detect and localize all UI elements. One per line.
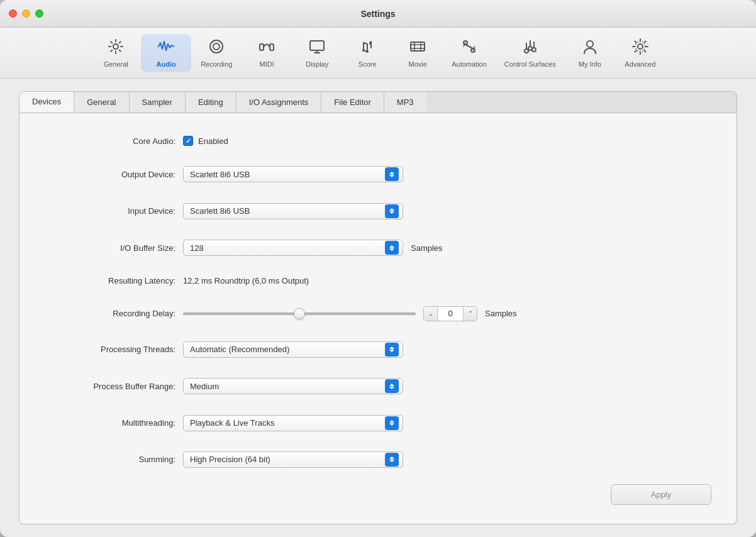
settings-panel: Core Audio: Enabled Output Device: Scarl… bbox=[19, 113, 737, 524]
recording-delay-value: 0 bbox=[438, 309, 463, 318]
output-device-control: Scarlett 8i6 USB bbox=[183, 166, 711, 182]
svg-point-16 bbox=[532, 48, 536, 52]
stepper-up-button[interactable]: ⌃ bbox=[463, 307, 477, 321]
arrow-up-icon bbox=[389, 208, 394, 211]
toolbar-label-automation: Automation bbox=[452, 60, 487, 68]
stepper-down-button[interactable]: ⌄ bbox=[424, 307, 438, 321]
processing-threads-select[interactable]: Automatic (Recommended) bbox=[183, 341, 403, 358]
process-buffer-control: Medium bbox=[183, 378, 711, 394]
minimize-button[interactable] bbox=[22, 9, 30, 18]
latency-label: Resulting Latency: bbox=[45, 276, 183, 285]
process-buffer-value: Medium bbox=[190, 382, 219, 391]
toolbar-label-audio: Audio bbox=[157, 60, 176, 68]
svg-rect-4 bbox=[270, 44, 274, 50]
core-audio-enabled-label: Enabled bbox=[198, 136, 228, 146]
latency-value: 12,2 ms Roundtrip (6,0 ms Output) bbox=[183, 276, 309, 285]
toolbar-label-display: Display bbox=[306, 60, 328, 68]
recording-delay-slider-container bbox=[183, 313, 416, 315]
control-surfaces-icon bbox=[521, 38, 539, 58]
output-device-arrows bbox=[385, 167, 399, 181]
toolbar-item-automation[interactable]: Automation bbox=[443, 34, 496, 72]
toolbar-label-score: Score bbox=[359, 60, 377, 68]
toolbar: General Audio Recording bbox=[0, 28, 756, 79]
toolbar-item-score[interactable]: Score bbox=[342, 34, 392, 72]
toolbar-item-general[interactable]: General bbox=[91, 34, 141, 72]
io-buffer-arrows bbox=[385, 241, 399, 255]
svg-point-19 bbox=[635, 42, 645, 52]
summing-select[interactable]: High Precision (64 bit) bbox=[183, 451, 403, 468]
svg-point-17 bbox=[587, 41, 593, 47]
gear-icon bbox=[107, 38, 125, 58]
arrow-up-icon bbox=[389, 420, 394, 423]
tab-editing[interactable]: Editing bbox=[186, 92, 236, 113]
svg-point-7 bbox=[366, 50, 369, 53]
process-buffer-select[interactable]: Medium bbox=[183, 378, 403, 394]
toolbar-label-midi: MIDI bbox=[260, 60, 274, 68]
settings-window: Settings General Audio bbox=[0, 0, 756, 537]
window-title: Settings bbox=[360, 9, 395, 19]
multithreading-label: Multithreading: bbox=[45, 418, 183, 428]
close-button[interactable] bbox=[9, 9, 17, 18]
tab-devices[interactable]: Devices bbox=[19, 92, 74, 113]
record-icon bbox=[208, 38, 225, 58]
tab-file-editor[interactable]: File Editor bbox=[321, 92, 384, 113]
apply-button[interactable]: Apply bbox=[611, 484, 711, 505]
toolbar-item-recording[interactable]: Recording bbox=[191, 34, 242, 72]
io-buffer-value: 128 bbox=[190, 243, 204, 253]
maximize-button[interactable] bbox=[35, 9, 43, 18]
svg-point-1 bbox=[210, 40, 223, 53]
recording-delay-slider[interactable] bbox=[183, 313, 416, 315]
window-controls bbox=[9, 9, 43, 18]
input-device-value: Scarlett 8i6 USB bbox=[190, 206, 250, 216]
output-device-value: Scarlett 8i6 USB bbox=[190, 170, 250, 179]
io-buffer-select[interactable]: 128 bbox=[183, 240, 403, 256]
process-buffer-label: Process Buffer Range: bbox=[45, 382, 183, 391]
toolbar-item-advanced[interactable]: Advanced bbox=[615, 34, 665, 72]
arrow-up-icon bbox=[389, 346, 394, 349]
tab-io-assignments[interactable]: I/O Assignments bbox=[236, 92, 322, 113]
recording-delay-unit: Samples bbox=[485, 309, 517, 318]
arrow-down-icon bbox=[389, 211, 394, 214]
toolbar-item-movie[interactable]: Movie bbox=[392, 34, 443, 72]
toolbar-label-general: General bbox=[104, 60, 128, 68]
recording-delay-stepper[interactable]: ⌄ 0 ⌃ bbox=[423, 306, 477, 321]
arrow-up-icon bbox=[389, 384, 394, 386]
toolbar-item-my-info[interactable]: My Info bbox=[565, 34, 615, 72]
summing-value: High Precision (64 bit) bbox=[190, 455, 270, 464]
toolbar-item-midi[interactable]: MIDI bbox=[242, 34, 292, 72]
slider-thumb bbox=[294, 308, 305, 319]
recording-delay-label: Recording Delay: bbox=[45, 309, 183, 318]
output-device-label: Output Device: bbox=[45, 170, 183, 179]
core-audio-label: Core Audio: bbox=[45, 136, 183, 146]
tab-mp3[interactable]: MP3 bbox=[384, 92, 426, 113]
tab-sampler[interactable]: Sampler bbox=[130, 92, 186, 113]
multithreading-control: Playback & Live Tracks bbox=[183, 415, 711, 431]
multithreading-value: Playback & Live Tracks bbox=[190, 418, 274, 428]
input-device-select[interactable]: Scarlett 8i6 USB bbox=[183, 203, 403, 219]
svg-point-2 bbox=[213, 43, 220, 50]
core-audio-checkbox-row: Enabled bbox=[183, 136, 228, 146]
toolbar-item-audio[interactable]: Audio bbox=[141, 34, 191, 72]
recording-delay-control: ⌄ 0 ⌃ Samples bbox=[183, 306, 711, 321]
audio-wave-icon bbox=[157, 38, 175, 58]
io-buffer-unit: Samples bbox=[411, 243, 443, 253]
tab-general[interactable]: General bbox=[74, 92, 129, 113]
movie-icon bbox=[409, 38, 426, 58]
svg-point-0 bbox=[113, 44, 118, 49]
summing-control: High Precision (64 bit) bbox=[183, 451, 711, 468]
io-buffer-control: 128 Samples bbox=[183, 240, 711, 256]
arrow-down-icon bbox=[389, 248, 394, 251]
input-device-arrows bbox=[385, 204, 399, 218]
toolbar-item-display[interactable]: Display bbox=[292, 34, 342, 72]
toolbar-item-control-surfaces[interactable]: Control Surfaces bbox=[496, 34, 565, 72]
score-icon bbox=[359, 38, 376, 58]
output-device-select[interactable]: Scarlett 8i6 USB bbox=[183, 166, 403, 182]
summing-arrows bbox=[385, 453, 399, 467]
svg-rect-5 bbox=[310, 41, 324, 50]
multithreading-select[interactable]: Playback & Live Tracks bbox=[183, 415, 403, 431]
processing-threads-arrows bbox=[385, 343, 399, 357]
process-buffer-arrows bbox=[385, 379, 399, 393]
toolbar-label-advanced: Advanced bbox=[625, 60, 655, 68]
core-audio-checkbox[interactable] bbox=[183, 136, 193, 146]
toolbar-label-control-surfaces: Control Surfaces bbox=[504, 60, 556, 68]
